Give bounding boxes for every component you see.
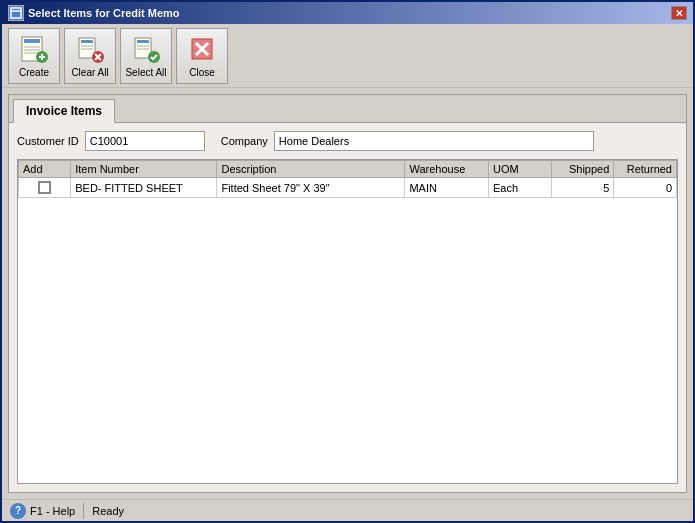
main-window: Select Items for Credit Memo ✕ Create: [0, 0, 695, 523]
clear-all-icon: [74, 33, 106, 65]
company-label: Company: [221, 135, 268, 147]
window-icon: [8, 5, 24, 21]
status-text: Ready: [92, 505, 124, 517]
tab-invoice-items[interactable]: Invoice Items: [13, 99, 115, 123]
cell-warehouse: MAIN: [405, 178, 489, 198]
customer-id-group: Customer ID: [17, 131, 205, 151]
select-all-label: Select All: [125, 67, 166, 78]
tab-container: Invoice Items Customer ID Company: [8, 94, 687, 493]
content-area: Invoice Items Customer ID Company: [2, 88, 693, 499]
status-bar: ? F1 - Help Ready: [2, 499, 693, 521]
create-label: Create: [19, 67, 49, 78]
cell-add: [19, 178, 71, 198]
form-row: Customer ID Company: [17, 131, 678, 151]
tab-content: Customer ID Company Add Item N: [9, 123, 686, 492]
company-input[interactable]: [274, 131, 594, 151]
help-section: ? F1 - Help: [10, 503, 84, 519]
col-description: Description: [217, 161, 405, 178]
window-title: Select Items for Credit Memo: [28, 7, 180, 19]
clear-all-label: Clear All: [71, 67, 108, 78]
select-all-button[interactable]: Select All: [120, 28, 172, 84]
col-warehouse: Warehouse: [405, 161, 489, 178]
title-bar: Select Items for Credit Memo ✕: [2, 2, 693, 24]
title-bar-left: Select Items for Credit Memo: [8, 5, 180, 21]
toolbar: Create Clear All: [2, 24, 693, 88]
col-add: Add: [19, 161, 71, 178]
customer-id-label: Customer ID: [17, 135, 79, 147]
help-icon: ?: [10, 503, 26, 519]
add-checkbox[interactable]: [38, 181, 51, 194]
table-header-row: Add Item Number Description Warehouse UO…: [19, 161, 677, 178]
company-group: Company: [221, 131, 594, 151]
table-row: BED- FITTED SHEET Fitted Sheet 79" X 39"…: [19, 178, 677, 198]
close-button[interactable]: Close: [176, 28, 228, 84]
cell-returned: 0: [614, 178, 677, 198]
data-table: Add Item Number Description Warehouse UO…: [17, 159, 678, 484]
svg-rect-3: [24, 39, 40, 43]
svg-rect-18: [137, 40, 149, 43]
cell-description: Fitted Sheet 79" X 39": [217, 178, 405, 198]
col-shipped: Shipped: [551, 161, 614, 178]
cell-shipped: 5: [551, 178, 614, 198]
col-returned: Returned: [614, 161, 677, 178]
col-item-number: Item Number: [71, 161, 217, 178]
window-close-button[interactable]: ✕: [671, 6, 687, 20]
cell-item-number: BED- FITTED SHEET: [71, 178, 217, 198]
cell-uom: Each: [488, 178, 551, 198]
tab-header: Invoice Items: [9, 95, 686, 123]
help-label: F1 - Help: [30, 505, 75, 517]
close-label: Close: [189, 67, 215, 78]
create-button[interactable]: Create: [8, 28, 60, 84]
create-icon: [18, 33, 50, 65]
customer-id-input[interactable]: [85, 131, 205, 151]
svg-rect-0: [11, 8, 21, 18]
clear-all-button[interactable]: Clear All: [64, 28, 116, 84]
close-icon: [186, 33, 218, 65]
svg-rect-11: [81, 40, 93, 43]
col-uom: UOM: [488, 161, 551, 178]
select-all-icon: [130, 33, 162, 65]
